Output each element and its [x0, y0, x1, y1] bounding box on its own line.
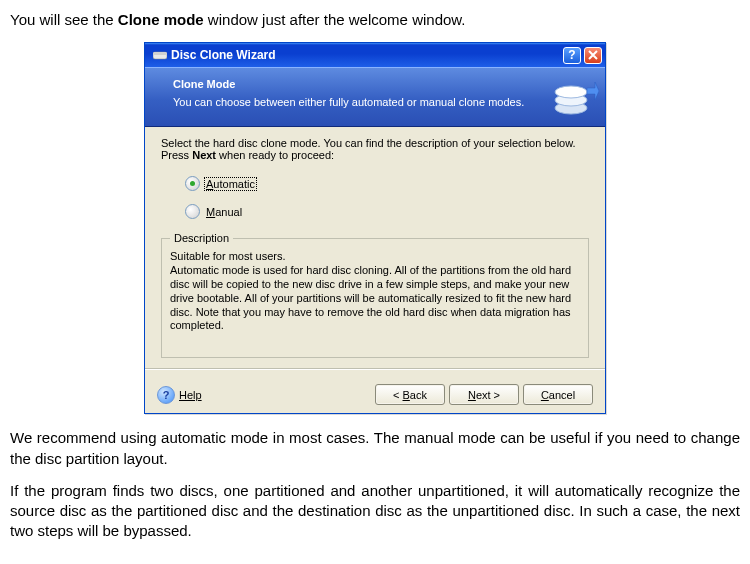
doc-paragraph-3: If the program finds two discs, one part…: [10, 481, 740, 542]
titlebar-help-button[interactable]: ?: [563, 47, 581, 64]
help-icon: ?: [157, 386, 175, 404]
radio-indicator-icon: [185, 204, 200, 219]
help-link[interactable]: ? Help: [157, 386, 202, 404]
text: You will see the: [10, 11, 118, 28]
app-icon: [153, 48, 167, 62]
next-button[interactable]: Next >: [449, 384, 519, 405]
separator: [145, 368, 605, 370]
wizard-banner: Clone Mode You can choose between either…: [145, 67, 605, 127]
text: window just after the welcome window.: [204, 11, 466, 28]
svg-rect-1: [153, 52, 167, 55]
close-icon: [588, 50, 598, 60]
cancel-button[interactable]: Cancel: [523, 384, 593, 405]
titlebar: Disc Clone Wizard ?: [145, 43, 605, 67]
radio-label: Manual: [204, 206, 244, 218]
wizard-body: Select the hard disc clone mode. You can…: [145, 127, 605, 376]
banner-subtitle: You can choose between either fully auto…: [173, 96, 533, 108]
group-legend: Description: [170, 232, 233, 244]
svg-point-4: [555, 86, 587, 98]
radio-indicator-icon: [185, 176, 200, 191]
help-label: Help: [179, 389, 202, 401]
radio-label: Automatic: [204, 177, 257, 191]
description-summary: Suitable for most users.: [170, 250, 580, 262]
radio-manual[interactable]: Manual: [161, 200, 589, 222]
text: when ready to proceed:: [216, 149, 334, 161]
back-button[interactable]: < Back: [375, 384, 445, 405]
wizard-window: Disc Clone Wizard ? Clone Mode You can c…: [144, 42, 606, 414]
radio-automatic[interactable]: Automatic: [161, 172, 589, 194]
instruction-text: Select the hard disc clone mode. You can…: [161, 137, 589, 161]
doc-paragraph-1: You will see the Clone mode window just …: [10, 10, 740, 30]
doc-paragraph-2: We recommend using automatic mode in mos…: [10, 428, 740, 469]
bold-text: Clone mode: [118, 11, 204, 28]
bold-text: Next: [192, 149, 216, 161]
description-body: Automatic mode is used for hard disc clo…: [170, 264, 580, 333]
description-group: Description Suitable for most users. Aut…: [161, 232, 589, 358]
banner-title: Clone Mode: [173, 78, 533, 90]
titlebar-close-button[interactable]: [584, 47, 602, 64]
disc-clone-icon: [551, 74, 599, 122]
wizard-footer: ? Help < Back Next > Cancel: [145, 376, 605, 413]
window-title: Disc Clone Wizard: [167, 48, 563, 62]
